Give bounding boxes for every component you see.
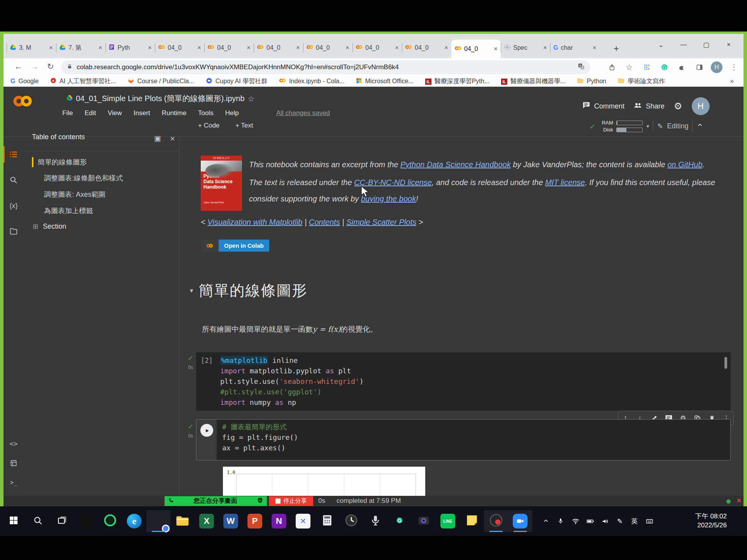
status-close-icon[interactable]: × [737,497,741,505]
close-panel-icon[interactable]: × [170,134,175,144]
menu-item[interactable]: Runtime [162,109,186,117]
md-link[interactable]: Contents [309,218,340,226]
code-line[interactable]: #plt.style.use('ggplot') [220,387,363,397]
sidebar-search-icon[interactable] [8,174,19,186]
share-icon[interactable] [606,61,618,73]
browser-tab[interactable]: 04_0 × [254,40,303,56]
code-line[interactable]: # 圖表最簡單的形式 [222,422,298,432]
browser-tab[interactable]: 7. 第 × [56,40,105,56]
save-status[interactable]: All changes saved [276,109,330,117]
run-cell-button[interactable]: ▶ [200,424,213,437]
browser-tab[interactable]: Pyth × [105,40,155,56]
menu-item[interactable]: File [62,109,73,117]
add-text-button[interactable]: + Text [235,122,253,130]
toc-item[interactable]: 為圖表加上標籤 [44,206,93,215]
resources-caret-icon[interactable]: ▾ [647,123,649,129]
md-link[interactable]: on GitHub [667,160,702,169]
code-line[interactable]: import numpy as np [220,397,363,408]
browser-tab[interactable]: 3. M × [7,40,56,56]
apps-grid-icon[interactable] [641,61,653,73]
tray-mic-icon[interactable] [553,518,568,525]
account-avatar[interactable]: H [692,97,710,115]
toc-item[interactable]: 調整圖表: Axes範圍 [44,190,105,199]
open-in-tab-icon[interactable]: ▣ [154,134,161,143]
menu-item[interactable]: View [108,109,122,117]
editing-mode-button[interactable]: ✎ Editing [657,122,688,131]
tab-close-icon[interactable]: × [148,44,152,52]
md-link[interactable]: MIT license [545,178,585,187]
bookmark-item[interactable]: iL 醫療深度學習Pyth... [425,77,489,86]
tab-close-icon[interactable]: × [247,44,251,52]
sidebar-toc-icon[interactable] [8,149,19,160]
tab-close-icon[interactable]: × [98,44,102,52]
browser-tab[interactable]: 04_0 × [451,40,501,58]
browser-profile-avatar[interactable]: H [711,61,722,73]
extensions-puzzle-icon[interactable] [676,61,688,73]
minimize-icon[interactable]: — [679,41,688,49]
toc-item[interactable]: 調整圖表:線條顏色和樣式 [44,173,123,183]
collapse-header-icon[interactable] [696,122,703,131]
browser-tab[interactable]: 04_0 × [303,40,352,56]
markdown-cell[interactable]: O'REILLY Python Data Science Handbook Ja… [201,154,724,255]
chevron-up-icon[interactable] [538,518,553,525]
bookmark-star-icon[interactable]: ☆ [623,61,635,73]
tab-search-icon[interactable]: ⌄ [656,41,666,49]
menu-item[interactable]: Edit [84,109,96,117]
tab-close-icon[interactable]: × [593,44,596,52]
wifi-icon[interactable] [568,518,583,525]
execution-count[interactable]: [2] [201,357,213,364]
tab-close-icon[interactable]: × [345,44,349,52]
code-line[interactable]: import matplotlib.pyplot as plt [220,366,363,376]
browser-tab[interactable]: G char × [550,40,600,56]
refresh-icon[interactable]: ↻ [47,62,54,71]
code-cell-2[interactable]: ▶ # 圖表最簡單的形式fig = plt.figure()ax = plt.a… [196,419,731,460]
lang-icon[interactable]: 英 [627,517,642,526]
browser-tab[interactable]: 04_0 × [155,40,204,56]
code-line[interactable]: fig = plt.figure() [222,432,298,443]
bookmark-item[interactable]: Microsoft Office... [356,78,413,85]
tab-close-icon[interactable]: × [395,44,399,52]
sidebar-terminal-icon[interactable]: >_ [8,477,19,488]
sidebar-variables-icon[interactable]: {x} [8,200,19,212]
collapse-section-icon[interactable]: ▾ [190,287,193,295]
browser-tab[interactable]: 04_0 × [352,40,402,56]
tab-close-icon[interactable]: × [444,44,448,52]
stop-sharing-button[interactable]: 停止分享 [269,496,313,506]
bookmark-item[interactable]: AI 人工智慧學習社... [50,77,116,86]
bookmarks-overflow-icon[interactable]: » [730,77,734,85]
sidebar-code-snippets-icon[interactable]: <> [8,438,19,450]
add-code-button[interactable]: + Code [198,122,219,130]
share-button[interactable]: Share [634,101,665,111]
browser-tab[interactable]: 04_0 × [402,40,451,56]
bookmark-item[interactable]: 學術論文寫作 [618,77,665,86]
open-in-colab-badge[interactable]: Open in Colab [201,240,269,252]
settings-gear-icon[interactable]: ⚙ [674,101,682,112]
bookmark-item[interactable]: G Google [11,78,39,85]
bookmark-item[interactable]: Cupoy AI 學習社群 [206,77,267,86]
forward-icon[interactable]: → [31,62,39,71]
tab-close-icon[interactable]: × [49,44,53,52]
code-line[interactable]: plt.style.use('seaborn-whitegrid') [220,376,363,387]
bookmark-item[interactable]: Index.ipynb - Cola... [279,77,344,86]
close-icon[interactable]: × [724,41,733,49]
md-link[interactable]: Visualization with Matplotlib [207,218,302,226]
menu-item[interactable]: Insert [133,109,150,117]
tab-close-icon[interactable]: × [296,44,300,52]
md-link[interactable]: Python Data Science Handbook [400,160,511,169]
taskbar-clock[interactable]: 下午 08:02 2022/5/26 [680,512,727,530]
pen-icon[interactable]: ✎ [612,517,627,525]
sidebar-command-palette-icon[interactable] [8,457,19,469]
notebook-title[interactable]: 04_01_Simple Line Plots (簡單的線條圖形).ipynb [76,93,245,104]
md-link[interactable]: Simple Scatter Plots [346,218,416,226]
browser-menu-icon[interactable]: ⋮ [728,61,740,73]
bookmark-item[interactable]: Course / PublicCla... [128,77,194,86]
comment-button[interactable]: Comment [582,101,624,111]
browser-tab[interactable]: 04_0 × [204,40,254,56]
bookmark-item[interactable]: Python [577,77,606,86]
volume-icon[interactable] [598,518,612,525]
maximize-icon[interactable]: ▢ [701,41,711,49]
menu-item[interactable]: Help [225,109,239,117]
grammarly-extension-icon[interactable] [658,61,670,73]
toc-section-row[interactable]: ⊞ Section [33,222,66,231]
tab-close-icon[interactable]: × [494,45,498,53]
